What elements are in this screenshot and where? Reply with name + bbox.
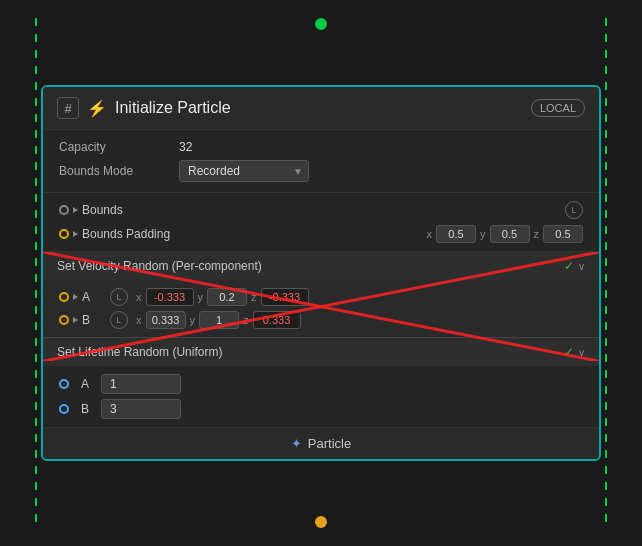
outer-container: # ⚡ Initialize Particle LOCAL Capacity 3… [21, 18, 621, 528]
lifetime-section-header: Set Lifetime Random (Uniform) ✓ ∨ [43, 338, 599, 366]
lifetime-section-title: Set Lifetime Random (Uniform) [57, 345, 564, 359]
bounds-mode-dropdown-wrapper[interactable]: Recorded ▼ [179, 160, 309, 182]
bounds-mode-label: Bounds Mode [59, 164, 179, 178]
velocity-a-row: A L x y z [59, 288, 583, 306]
bounds-padding-circle-icon [59, 229, 69, 239]
vel-a-x-label: x [136, 291, 142, 303]
vel-b-x-label: x [136, 314, 142, 326]
z-axis-label: z [534, 228, 540, 240]
velocity-b-row: B L x y z [59, 311, 583, 329]
lifetime-section: Set Lifetime Random (Uniform) ✓ ∨ A B [43, 338, 599, 428]
vel-b-y-label: y [190, 314, 196, 326]
bounds-section: Bounds L Bounds Padding x y z [43, 193, 599, 252]
life-b-label: B [81, 402, 101, 416]
vel-a-z-input[interactable] [261, 288, 309, 306]
hash-badge: # [57, 97, 79, 119]
lifetime-chevron-icon: ∨ [578, 347, 585, 358]
bounds-triangle-icon [73, 207, 78, 213]
velocity-section-title: Set Velocity Random (Per-component) [57, 259, 564, 273]
vel-b-z-input[interactable] [253, 311, 301, 329]
x-axis-label: x [427, 228, 433, 240]
velocity-section-header: Set Velocity Random (Per-component) ✓ ∨ [43, 252, 599, 280]
vel-b-x-input[interactable] [146, 311, 186, 329]
right-dashed-line [605, 18, 607, 528]
panel-footer: ✦ Particle [43, 428, 599, 459]
capacity-row: Capacity 32 [59, 140, 583, 154]
panel-header: # ⚡ Initialize Particle LOCAL [43, 87, 599, 130]
vel-b-label: B [82, 313, 102, 327]
hash-label: # [64, 101, 71, 116]
lightning-icon: ⚡ [87, 99, 107, 118]
bounds-x-input[interactable] [436, 225, 476, 243]
life-a-input[interactable] [101, 374, 181, 394]
bounds-y-input[interactable] [490, 225, 530, 243]
capacity-value: 32 [179, 140, 192, 154]
y-axis-label: y [480, 228, 486, 240]
life-b-circle-icon [59, 404, 69, 414]
bounds-circle-icon [59, 205, 69, 215]
bounds-padding-triangle-icon [73, 231, 78, 237]
vel-b-z-label: z [243, 314, 249, 326]
vel-b-y-input[interactable] [199, 311, 239, 329]
vel-a-triangle-icon [73, 294, 78, 300]
panel-title: Initialize Particle [115, 99, 523, 117]
velocity-body: A L x y z [43, 280, 599, 337]
bounds-padding-label: Bounds Padding [82, 227, 419, 241]
main-panel: # ⚡ Initialize Particle LOCAL Capacity 3… [41, 85, 601, 461]
lifetime-check-icon: ✓ [564, 345, 574, 359]
left-dashed-line [35, 18, 37, 528]
vel-a-y-label: y [198, 291, 204, 303]
vel-a-linked-icon: L [110, 288, 128, 306]
vel-a-circle-icon [59, 292, 69, 302]
life-a-circle-icon [59, 379, 69, 389]
footer-label: Particle [308, 436, 351, 451]
bottom-connector-dot [315, 516, 327, 528]
vel-b-circle-icon [59, 315, 69, 325]
local-badge: LOCAL [531, 99, 585, 117]
vel-a-x-input[interactable] [146, 288, 194, 306]
vel-a-label: A [82, 290, 102, 304]
bounds-padding-xyz: x y z [427, 225, 584, 243]
bounds-mode-dropdown[interactable]: Recorded [179, 160, 309, 182]
vel-a-z-label: z [251, 291, 257, 303]
lifetime-body: A B [43, 366, 599, 427]
velocity-chevron-icon: ∨ [578, 261, 585, 272]
vel-a-y-input[interactable] [207, 288, 247, 306]
bounds-row: Bounds L [59, 201, 583, 219]
life-b-input[interactable] [101, 399, 181, 419]
bounds-label: Bounds [82, 203, 557, 217]
life-a-label: A [81, 377, 101, 391]
capacity-label: Capacity [59, 140, 179, 154]
vel-b-linked-icon: L [110, 311, 128, 329]
lifetime-a-row: A [59, 374, 583, 394]
velocity-section: Set Velocity Random (Per-component) ✓ ∨ … [43, 252, 599, 338]
vel-b-triangle-icon [73, 317, 78, 323]
bounds-z-input[interactable] [543, 225, 583, 243]
bounds-padding-row: Bounds Padding x y z [59, 225, 583, 243]
bounds-linked-icon: L [565, 201, 583, 219]
particle-icon: ✦ [291, 436, 302, 451]
capacity-section: Capacity 32 Bounds Mode Recorded ▼ [43, 130, 599, 193]
top-connector-dot [315, 18, 327, 30]
vel-b-xyz: x y z [136, 311, 301, 329]
vel-a-xyz: x y z [136, 288, 309, 306]
lifetime-b-row: B [59, 399, 583, 419]
bounds-mode-row: Bounds Mode Recorded ▼ [59, 160, 583, 182]
velocity-check-icon: ✓ [564, 259, 574, 273]
